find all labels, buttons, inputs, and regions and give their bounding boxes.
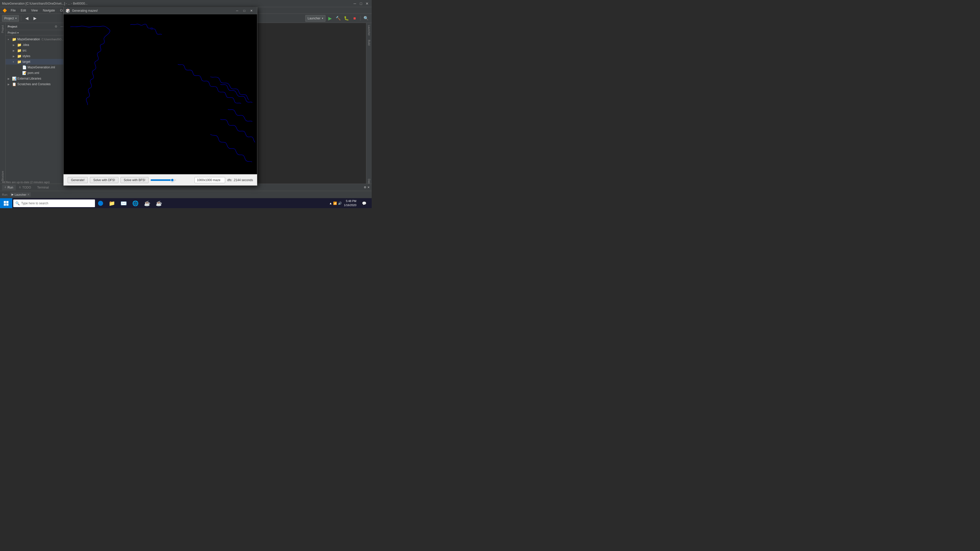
tab-todo[interactable]: 6 TODO [17, 185, 34, 190]
ide-title: MazeGeneration [C:\Users\haro5\OneDrive\… [2, 2, 352, 5]
generate-button[interactable]: Generate! [68, 177, 88, 183]
menu-file[interactable]: File [8, 7, 18, 14]
launcher-dropdown[interactable]: Launcher ▾ [305, 15, 326, 22]
taskbar-mail[interactable]: ✉️ [118, 198, 129, 208]
tab-todo-num: 6 [19, 186, 21, 189]
maze-app-window: 🎲 Generating mazes! ─ □ ✕ [63, 7, 257, 186]
search-button[interactable]: 🔍 [363, 15, 370, 22]
toolbar-btn-1[interactable]: ◀ [23, 15, 30, 22]
project-panel-header: Project ⚙ — [6, 23, 67, 30]
iml-label: MazeGeneration.iml [27, 65, 55, 69]
bottom-tabs-close-icon[interactable]: ✕ [368, 186, 370, 189]
run-label: Run: [2, 193, 8, 196]
solve-dfs-button[interactable]: Solve with DFS! [90, 177, 118, 183]
close-button[interactable]: ✕ [364, 1, 370, 6]
run-button[interactable]: ▶ [326, 15, 334, 22]
project-scope-btn[interactable]: Project ▾ [8, 31, 19, 34]
tree-idea[interactable]: ▶ 📁 .idea [6, 42, 67, 48]
windows-icon [3, 201, 9, 206]
taskbar-apps: 📁 ✉️ 🌐 ☕ ☕ [106, 198, 164, 208]
tree-styles[interactable]: ▶ 📁 styles [6, 53, 67, 59]
stop-button[interactable]: ■ [351, 15, 358, 22]
tree-pom-file[interactable]: ▶ 📝 pom.xml [6, 70, 67, 76]
taskbar-search-bar[interactable]: 🔍 Type here to search [13, 200, 95, 207]
cortana-button[interactable] [96, 199, 105, 208]
svg-rect-2 [4, 203, 6, 205]
ext-libs-arrow-icon: ▶ [8, 77, 11, 80]
run-config-close-icon[interactable]: ✕ [27, 193, 29, 196]
svg-rect-1 [6, 201, 8, 203]
toolbar-btn-2[interactable]: ▶ [32, 15, 38, 22]
chevron-up-icon[interactable]: ▲ [329, 202, 332, 205]
strip-project[interactable]: Project [1, 23, 5, 35]
menu-view[interactable]: View [29, 7, 40, 14]
panel-settings-btn[interactable]: ⚙ [53, 24, 59, 29]
tree-src[interactable]: ▶ 📁 src [6, 48, 67, 53]
tree-external-libs[interactable]: ▶ 📊 External Libraries [6, 76, 67, 81]
network-icon[interactable]: 📶 [333, 202, 337, 205]
build-button[interactable]: 🔨 [335, 15, 342, 22]
taskbar-search-placeholder: Type here to search [21, 202, 48, 205]
tree-target[interactable]: ▾ 📁 target [6, 59, 67, 65]
project-label: Project [4, 17, 14, 20]
taskbar-file-explorer[interactable]: 📁 [106, 198, 118, 208]
right-strip-launcher[interactable]: Launcher [367, 23, 371, 38]
target-arrow-icon: ▾ [13, 60, 16, 63]
idea-label: .idea [22, 43, 29, 47]
maze-minimize-btn[interactable]: ─ [234, 8, 241, 14]
scratches-label: Scratches and Consoles [18, 83, 51, 86]
tab-terminal-label: Terminal [37, 186, 49, 189]
project-dropdown[interactable]: Project ▾ [2, 15, 19, 22]
taskbar-time-display: 5:48 PM [344, 199, 356, 203]
file-explorer-icon: 📁 [109, 200, 115, 206]
ide-left-strip: Project Structure Favorites [0, 23, 6, 198]
svg-rect-0 [4, 201, 6, 203]
right-strip-build[interactable]: Build [367, 38, 371, 48]
tree-root[interactable]: ▾ 📁 MazeGeneration C:\Users\haro5\O... [6, 37, 67, 42]
ext-libs-icon: 📊 [12, 76, 16, 81]
taskbar: 🔍 Type here to search 📁 ✉️ 🌐 ☕ ☕ ▲ 📶 🔊 5 [0, 198, 372, 208]
maze-maximize-btn[interactable]: □ [241, 8, 248, 14]
bottom-tabs-settings-icon[interactable]: ⚙ [364, 186, 366, 189]
root-label: MazeGeneration [18, 38, 40, 41]
scope-chevron-icon: ▾ [18, 32, 19, 34]
tree-iml-file[interactable]: ▶ 📄 MazeGeneration.iml [6, 65, 67, 70]
root-path: C:\Users\haro5\O... [41, 38, 64, 41]
project-scope-label: Project [8, 31, 16, 34]
pom-file-icon: 📝 [22, 71, 27, 75]
maze-app-titlebar: 🎲 Generating mazes! ─ □ ✕ [64, 7, 257, 14]
run-config-icon: ▶ [11, 193, 14, 196]
taskbar-date-display: 1/16/2020 [344, 203, 356, 207]
src-folder-icon: 📁 [17, 48, 21, 52]
notification-center-button[interactable]: 💬 [358, 198, 370, 208]
taskbar-clock[interactable]: 5:48 PM 1/16/2020 [344, 199, 356, 207]
taskbar-java[interactable]: ☕ [153, 198, 164, 208]
maze-size-slider[interactable] [151, 179, 176, 181]
slider-thumb[interactable] [170, 178, 174, 182]
maze-close-btn[interactable]: ✕ [248, 8, 255, 14]
menu-edit[interactable]: Edit [18, 7, 29, 14]
taskbar-chrome[interactable]: 🌐 [130, 198, 141, 208]
toolbar-separator-1 [21, 16, 21, 21]
src-label: src [22, 49, 27, 52]
maximize-button[interactable]: □ [358, 1, 364, 6]
tab-run[interactable]: 4 Run [2, 185, 16, 190]
run-config[interactable]: ▶ Launcher ✕ [10, 192, 31, 197]
chrome-icon: 🌐 [132, 200, 138, 206]
solve-bfs-button[interactable]: Solve with BFS! [121, 177, 149, 183]
status-message: All files are up-to-date (2 minutes ago) [2, 181, 49, 184]
target-label: target [22, 60, 30, 64]
root-arrow-icon: ▾ [8, 38, 11, 41]
volume-icon[interactable]: 🔊 [338, 202, 342, 205]
tree-scratches[interactable]: ▶ 📋 Scratches and Consoles [6, 81, 67, 87]
scratches-icon: 📋 [12, 82, 16, 86]
ide-titlebar-controls: ─ □ ✕ [352, 1, 370, 6]
taskbar-java-fx[interactable]: ☕ [142, 198, 153, 208]
start-button[interactable] [0, 198, 12, 208]
tab-terminal[interactable]: Terminal [35, 185, 51, 190]
debug-button[interactable]: 🐛 [343, 15, 350, 22]
maze-app-icon: 🎲 [65, 9, 70, 13]
menu-navigate[interactable]: Navigate [40, 7, 57, 14]
minimize-button[interactable]: ─ [352, 1, 357, 6]
mail-icon: ✉️ [121, 200, 127, 206]
